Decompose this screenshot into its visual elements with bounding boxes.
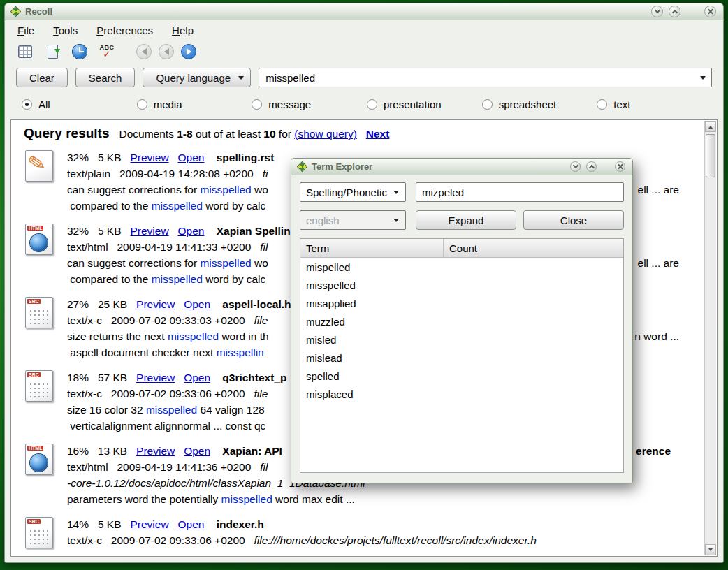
term-row[interactable]: spelled: [300, 367, 623, 385]
term-row[interactable]: misplaced: [300, 385, 623, 403]
clear-search-button[interactable]: [16, 43, 34, 61]
chevron-down-icon: [572, 163, 578, 168]
term-row[interactable]: misapplied: [300, 294, 623, 312]
filter-message[interactable]: message: [252, 98, 367, 110]
term-cell: misplaced: [300, 388, 444, 400]
result-link[interactable]: Open: [178, 152, 205, 163]
term-input[interactable]: [416, 182, 624, 202]
code-dots-icon: [29, 382, 50, 399]
text-segment: Xapian Spellin: [217, 225, 291, 237]
globe-icon: [30, 234, 48, 251]
result-link[interactable]: Preview: [136, 445, 175, 457]
filter-presentation[interactable]: presentation: [367, 98, 482, 110]
text-segment: out of at least: [193, 128, 264, 140]
term-cell: mispelled: [300, 261, 444, 273]
term-row[interactable]: misled: [300, 330, 623, 349]
search-button[interactable]: Search: [75, 68, 136, 87]
expansion-mode-dropdown[interactable]: Spelling/Phonetic: [300, 182, 406, 202]
filter-all[interactable]: All: [22, 98, 137, 110]
text-segment: can suggest corrections for: [67, 257, 200, 269]
text-fragment: ell ... are: [638, 255, 679, 271]
query-language-dropdown[interactable]: Query language: [143, 68, 251, 87]
maximize-button[interactable]: [669, 6, 680, 17]
term-explorer-button[interactable]: ABC ✓: [98, 43, 116, 61]
radio-icon: [137, 99, 147, 110]
menu-file[interactable]: File: [17, 24, 34, 36]
close-icon: [617, 163, 623, 170]
result-link[interactable]: Open: [178, 518, 205, 530]
text-segment: [210, 372, 222, 383]
close-dialog-button[interactable]: Close: [523, 210, 624, 230]
query-combobox: [259, 68, 712, 87]
filter-bar: Allmediamessagepresentationspreadsheette…: [5, 90, 723, 115]
results-scrollbar[interactable]: [704, 121, 716, 555]
result-link[interactable]: Preview: [130, 225, 168, 237]
history-button[interactable]: [71, 43, 89, 61]
text-segment: wo: [252, 257, 268, 269]
result-link[interactable]: Next: [366, 128, 390, 140]
text-segment: wo: [252, 184, 268, 196]
radio-icon: [22, 99, 32, 110]
recoll-app-icon: [10, 6, 22, 17]
menu-preferences[interactable]: Preferences: [96, 24, 153, 36]
text-segment: 27% 25 KB: [67, 298, 136, 310]
filter-label: spreadsheet: [499, 98, 557, 110]
term-row[interactable]: mispelled: [300, 258, 623, 276]
result-link[interactable]: (show query): [294, 128, 357, 140]
text-segment: text/html 2009-04-19 14:41:33 +0200: [67, 241, 260, 253]
clear-button[interactable]: Clear: [16, 68, 68, 87]
term-table: Term Count mispelledmisspelledmisapplied…: [300, 238, 624, 473]
dialog-body: Spelling/Phonetic english Expand Close T…: [291, 175, 632, 483]
expand-button[interactable]: Expand: [416, 210, 516, 230]
text-segment: size 16 color 32: [67, 404, 146, 416]
scroll-up-button[interactable]: [705, 121, 716, 132]
close-button[interactable]: [704, 6, 716, 17]
dialog-shade-button[interactable]: [570, 161, 581, 172]
text-segment: misspelled: [146, 404, 197, 416]
triangle-up-icon: [708, 123, 713, 129]
menu-tools[interactable]: Tools: [53, 24, 78, 36]
result-link[interactable]: Open: [184, 372, 210, 383]
result-link[interactable]: Preview: [136, 372, 175, 383]
filter-label: message: [268, 98, 311, 110]
result-link[interactable]: Preview: [130, 518, 168, 530]
menubar: FileToolsPreferencesHelp: [5, 20, 723, 40]
update-index-button[interactable]: [43, 43, 61, 61]
text-segment: [169, 518, 178, 530]
text-segment: word in th: [219, 330, 269, 342]
shade-button[interactable]: [651, 6, 663, 17]
text-segment: text/x-c 2009-07-02 09:33:06 +0200: [67, 388, 254, 400]
scroll-down-button[interactable]: [705, 544, 716, 555]
filter-text[interactable]: text: [597, 98, 712, 110]
result-item: SRC14% 5 KB Preview Open indexer.htext/x…: [24, 516, 701, 550]
dialog-close-button[interactable]: [615, 161, 625, 172]
filter-media[interactable]: media: [137, 98, 252, 110]
result-link[interactable]: Open: [178, 225, 205, 237]
menu-help[interactable]: Help: [172, 24, 194, 36]
results-header: Query results Documents 1-8 out of at le…: [24, 126, 701, 141]
scrollbar-thumb[interactable]: [706, 134, 715, 177]
arrow-left-icon: [142, 48, 147, 55]
term-row[interactable]: mislead: [300, 349, 623, 367]
chevron-down-icon[interactable]: [700, 76, 706, 80]
text-segment: file:///home/dockes/projets/fulltext/rec…: [254, 534, 537, 546]
term-row[interactable]: misspelled: [300, 276, 623, 294]
filter-spreadsheet[interactable]: spreadsheet: [482, 98, 597, 110]
text-segment: misspelled: [152, 273, 203, 285]
result-link[interactable]: Preview: [130, 152, 168, 163]
prev-page-button[interactable]: [159, 44, 174, 59]
next-page-button[interactable]: [181, 44, 196, 59]
column-header-count[interactable]: Count: [444, 239, 623, 257]
result-link[interactable]: Open: [184, 445, 210, 457]
term-row[interactable]: muzzled: [300, 312, 623, 330]
first-page-button[interactable]: [136, 44, 152, 59]
clock-icon: [73, 45, 87, 59]
dialog-maximize-button[interactable]: [586, 161, 597, 172]
column-header-term[interactable]: Term: [300, 239, 444, 257]
result-link[interactable]: Preview: [136, 298, 175, 310]
text-segment: [175, 372, 184, 383]
dialog-title: Term Explorer: [312, 161, 372, 172]
src-file-icon: SRC: [24, 296, 56, 330]
result-link[interactable]: Open: [184, 298, 210, 310]
query-input[interactable]: [259, 68, 712, 87]
